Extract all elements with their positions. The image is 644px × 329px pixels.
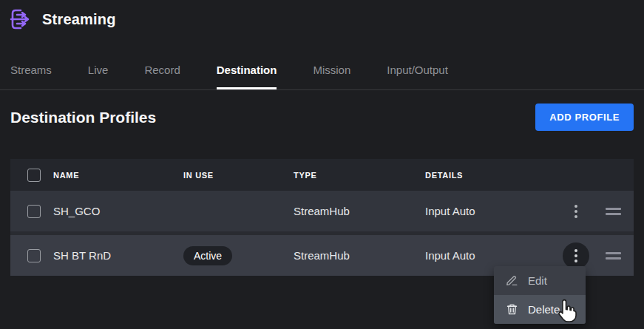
section-header: Destination Profiles ADD PROFILE [10, 104, 634, 131]
trash-icon [506, 303, 518, 316]
menu-item-delete[interactable]: Delete [494, 295, 586, 324]
pencil-icon [506, 274, 518, 287]
row-context-menu: Edit Delete [494, 266, 586, 324]
column-header-details: DETAILS [425, 171, 560, 180]
profile-type: StreamHub [294, 205, 425, 217]
tab-mission[interactable]: Mission [313, 64, 350, 89]
profile-type: StreamHub [294, 249, 425, 262]
app-header: Streaming [7, 6, 116, 33]
menu-item-edit[interactable]: Edit [494, 266, 586, 295]
column-header-type: TYPE [294, 171, 425, 180]
stream-output-icon [7, 6, 33, 33]
profile-details: Input Auto [425, 205, 560, 217]
add-profile-button[interactable]: ADD PROFILE [535, 104, 634, 131]
table-header-row: NAME IN USE TYPE DETAILS [10, 159, 634, 191]
tab-streams[interactable]: Streams [10, 64, 52, 89]
drag-handle-icon[interactable] [606, 208, 621, 215]
tab-record[interactable]: Record [144, 64, 180, 89]
profile-name: SH_GCO [53, 205, 183, 217]
destination-profiles-table: NAME IN USE TYPE DETAILS SH_GCO StreamHu… [10, 159, 634, 276]
row-menu-kebab-icon[interactable] [563, 242, 589, 269]
select-row-checkbox[interactable] [27, 205, 41, 218]
select-all-checkbox[interactable] [27, 169, 41, 182]
tab-destination[interactable]: Destination [217, 64, 277, 89]
profile-name: SH BT RnD [53, 249, 183, 262]
menu-item-label: Edit [528, 274, 547, 287]
tab-live[interactable]: Live [88, 64, 109, 89]
tab-input-output[interactable]: Input/Output [387, 64, 448, 89]
table-row: SH_GCO StreamHub Input Auto [10, 191, 634, 231]
tab-bar: Streams Live Record Destination Mission … [10, 64, 448, 89]
column-header-name: NAME [53, 171, 183, 180]
column-header-in-use: IN USE [183, 171, 294, 180]
tabs-divider [0, 89, 644, 90]
profile-details: Input Auto [425, 249, 560, 262]
status-badge: Active [183, 246, 232, 265]
drag-handle-icon[interactable] [606, 252, 621, 260]
row-menu-kebab-icon[interactable] [563, 198, 589, 225]
section-title: Destination Profiles [10, 109, 156, 126]
page-title: Streaming [42, 11, 116, 28]
select-row-checkbox[interactable] [27, 249, 41, 262]
menu-item-label: Delete [528, 303, 560, 316]
